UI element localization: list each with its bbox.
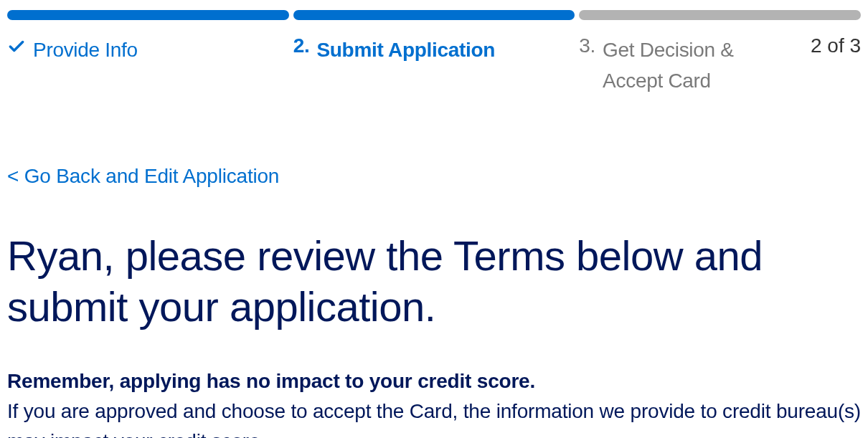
step-1-label: Provide Info	[33, 34, 138, 65]
step-2-label: Submit Application	[316, 34, 495, 65]
progress-bar-1	[7, 10, 289, 20]
step-2-number: 2.	[293, 34, 310, 57]
step-3-label-wrap: 3. Get Decision & Accept Card	[579, 34, 796, 97]
step-3-label: Get Decision & Accept Card	[603, 34, 796, 97]
go-back-link[interactable]: < Go Back and Edit Application	[7, 165, 279, 188]
reminder-body: If you are approved and choose to accept…	[7, 400, 861, 438]
step-1-label-wrap: Provide Info	[7, 34, 138, 65]
progress-bar-2	[293, 10, 575, 20]
progress-step-2: 2. Submit Application	[293, 10, 575, 97]
step-counter: 2 of 3	[796, 34, 861, 57]
page-heading: Ryan, please review the Terms below and …	[7, 231, 861, 333]
step-3-number: 3.	[579, 34, 595, 57]
step-2-label-wrap: 2. Submit Application	[293, 34, 495, 65]
progress-step-3: 3. Get Decision & Accept Card 2 of 3	[579, 10, 861, 97]
check-icon	[7, 37, 26, 56]
reminder-bold: Remember, applying has no impact to your…	[7, 370, 535, 392]
progress-stepper: Provide Info 2. Submit Application 3. Ge…	[7, 10, 861, 97]
progress-bar-3	[579, 10, 861, 20]
reminder-text: Remember, applying has no impact to your…	[7, 366, 861, 438]
progress-step-1: Provide Info	[7, 10, 289, 97]
